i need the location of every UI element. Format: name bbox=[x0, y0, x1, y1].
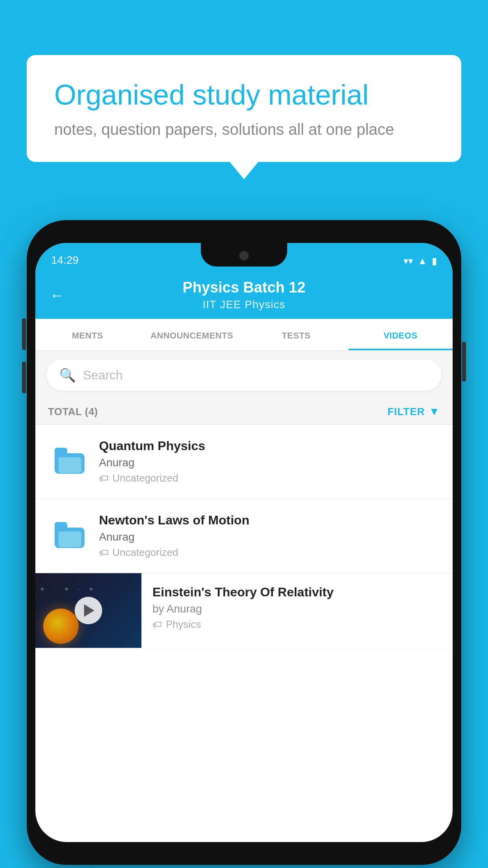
wifi-icon: ▾▾ bbox=[404, 256, 413, 267]
app-header: ← Physics Batch 12 IIT JEE Physics bbox=[35, 271, 453, 319]
tag-text: Uncategorized bbox=[112, 546, 178, 559]
filter-label: FILTER bbox=[387, 406, 425, 418]
play-icon bbox=[84, 604, 94, 617]
speech-bubble-container: Organised study material notes, question… bbox=[27, 55, 461, 162]
play-button[interactable] bbox=[75, 597, 102, 624]
notch bbox=[201, 243, 287, 267]
item-author: Anurag bbox=[99, 531, 440, 543]
item-author: by Anurag bbox=[152, 603, 442, 615]
volume-button-down bbox=[22, 362, 26, 393]
signal-icon: ▲ bbox=[418, 256, 427, 267]
search-placeholder: Search bbox=[83, 368, 123, 383]
item-tag: 🏷 Physics bbox=[152, 618, 442, 631]
total-count: TOTAL (4) bbox=[48, 406, 98, 418]
phone-frame: 14:29 ▾▾ ▲ ▮ ← Physics Batch 12 IIT JEE … bbox=[27, 220, 461, 865]
tag-text: Uncategorized bbox=[112, 472, 178, 484]
item-title: Einstein's Theory Of Relativity bbox=[152, 585, 442, 600]
item-icon-wrap bbox=[48, 449, 91, 474]
item-details: Newton's Laws of Motion Anurag 🏷 Uncateg… bbox=[91, 513, 440, 559]
header-title: Physics Batch 12 bbox=[183, 279, 306, 296]
bubble-subtitle: notes, question papers, solutions all at… bbox=[54, 121, 434, 138]
folder-icon bbox=[55, 449, 84, 474]
sphere-glow bbox=[43, 609, 79, 644]
item-details: Quantum Physics Anurag 🏷 Uncategorized bbox=[91, 439, 440, 484]
tag-icon: 🏷 bbox=[152, 619, 162, 630]
tag-text: Physics bbox=[166, 618, 201, 631]
video-thumbnail bbox=[35, 573, 141, 648]
folder-front bbox=[58, 531, 82, 548]
tab-videos[interactable]: VIDEOS bbox=[349, 319, 453, 350]
search-container: 🔍 Search bbox=[35, 351, 453, 399]
filter-button[interactable]: FILTER ▼ bbox=[387, 405, 440, 418]
filter-bar: TOTAL (4) FILTER ▼ bbox=[35, 399, 453, 425]
search-icon: 🔍 bbox=[59, 367, 76, 383]
folder-icon bbox=[55, 524, 84, 548]
item-icon-wrap bbox=[48, 524, 91, 548]
front-camera bbox=[239, 251, 249, 260]
phone-screen: 14:29 ▾▾ ▲ ▮ ← Physics Batch 12 IIT JEE … bbox=[35, 243, 453, 842]
list-item[interactable]: Newton's Laws of Motion Anurag 🏷 Uncateg… bbox=[35, 499, 453, 573]
tab-ments[interactable]: MENTS bbox=[35, 319, 140, 350]
tab-announcements[interactable]: ANNOUNCEMENTS bbox=[140, 319, 244, 350]
item-title: Quantum Physics bbox=[99, 439, 440, 453]
item-tag: 🏷 Uncategorized bbox=[99, 472, 440, 484]
tag-icon: 🏷 bbox=[99, 547, 108, 558]
tabs-bar: MENTS ANNOUNCEMENTS TESTS VIDEOS bbox=[35, 319, 453, 351]
volume-button-up bbox=[22, 318, 26, 350]
item-title: Newton's Laws of Motion bbox=[99, 513, 440, 528]
tag-icon: 🏷 bbox=[99, 473, 108, 484]
status-icons: ▾▾ ▲ ▮ bbox=[404, 256, 437, 267]
filter-icon: ▼ bbox=[429, 405, 440, 418]
bubble-title: Organised study material bbox=[54, 79, 434, 111]
list-item-thumb[interactable]: Einstein's Theory Of Relativity by Anura… bbox=[35, 573, 453, 648]
thumb-details: Einstein's Theory Of Relativity by Anura… bbox=[141, 573, 453, 642]
item-tag: 🏷 Uncategorized bbox=[99, 546, 440, 559]
header-subtitle: IIT JEE Physics bbox=[203, 298, 286, 311]
item-author: Anurag bbox=[99, 456, 440, 469]
back-arrow-button[interactable]: ← bbox=[50, 287, 64, 303]
search-bar[interactable]: 🔍 Search bbox=[46, 359, 442, 391]
power-button bbox=[462, 342, 466, 381]
battery-icon: ▮ bbox=[432, 256, 437, 267]
list-container: Quantum Physics Anurag 🏷 Uncategorized bbox=[35, 425, 453, 648]
speech-bubble: Organised study material notes, question… bbox=[27, 55, 461, 162]
folder-front bbox=[58, 456, 82, 474]
list-item[interactable]: Quantum Physics Anurag 🏷 Uncategorized bbox=[35, 425, 453, 499]
tab-tests[interactable]: TESTS bbox=[244, 319, 349, 350]
status-time: 14:29 bbox=[51, 254, 79, 267]
